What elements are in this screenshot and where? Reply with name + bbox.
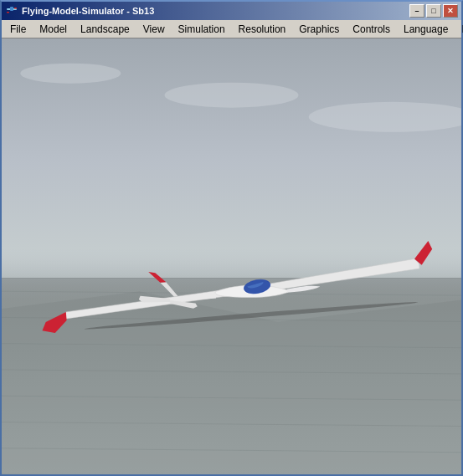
menu-item-graphics[interactable]: Graphics: [292, 22, 346, 37]
title-bar: Flying-Model-Simulator - Sb13 – □ ✕: [2, 2, 461, 20]
title-bar-left: Flying-Model-Simulator - Sb13: [5, 4, 154, 18]
menu-item-file[interactable]: File: [3, 22, 33, 37]
menu-item-view[interactable]: View: [136, 22, 172, 37]
minimize-button[interactable]: –: [409, 4, 424, 18]
svg-rect-1: [10, 7, 13, 11]
menu-item-simulation[interactable]: Simulation: [172, 22, 232, 37]
menu-bar: FileModelLandscapeViewSimulationResoluti…: [2, 20, 461, 38]
app-icon: [5, 4, 18, 18]
maximize-button[interactable]: □: [426, 4, 441, 18]
close-button[interactable]: ✕: [443, 4, 458, 18]
main-window: Flying-Model-Simulator - Sb13 – □ ✕ File…: [0, 0, 463, 476]
menu-item-help[interactable]: Help: [455, 22, 463, 37]
svg-rect-2: [14, 8, 17, 9]
scene-canvas: [2, 38, 461, 474]
window-title: Flying-Model-Simulator - Sb13: [22, 6, 154, 16]
menu-item-language[interactable]: Language: [397, 22, 455, 37]
window-controls: – □ ✕: [409, 4, 458, 18]
svg-rect-3: [7, 12, 9, 13]
menu-item-landscape[interactable]: Landscape: [74, 22, 136, 37]
menu-item-resolution[interactable]: Resolution: [232, 22, 293, 37]
menu-item-controls[interactable]: Controls: [346, 22, 397, 37]
viewport[interactable]: [2, 38, 461, 474]
menu-item-model[interactable]: Model: [33, 22, 74, 37]
